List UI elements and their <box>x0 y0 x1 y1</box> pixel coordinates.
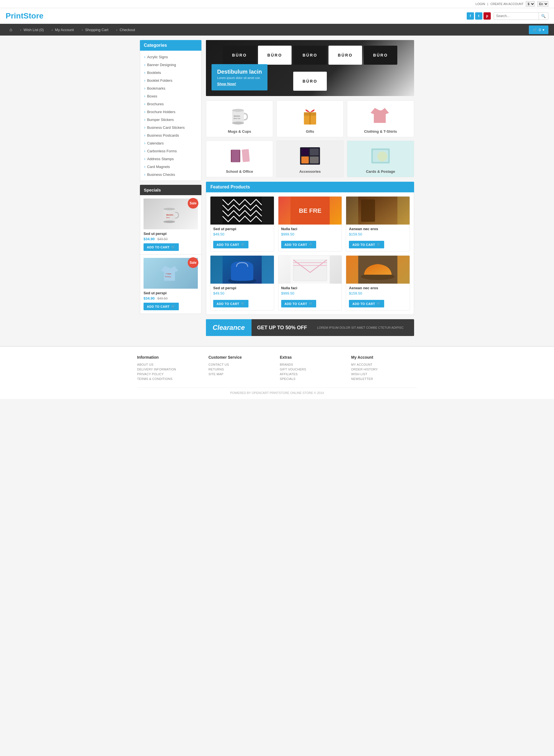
buro-card-white-2: BÜRO <box>329 46 362 65</box>
sidebar-item-carbonless-forms[interactable]: Carbonless Forms <box>140 147 201 155</box>
bag-illustration <box>210 256 274 284</box>
add-to-cart-button-p1[interactable]: ADD TO CART 🛒 <box>213 241 248 248</box>
sidebar-item-bumper-stickers[interactable]: Bumper Stickers <box>140 116 201 123</box>
svg-rect-17 <box>242 149 250 162</box>
footer-link-order-history[interactable]: ORDER HISTORY <box>351 368 417 371</box>
footer-link-returns[interactable]: RETURNS <box>209 368 274 371</box>
sidebar-item-address-stamps[interactable]: Address Stamps <box>140 155 201 163</box>
svg-point-1 <box>163 208 175 210</box>
sidebar-item-booklet-folders[interactable]: Booklet Folders <box>140 77 201 84</box>
footer-link-terms[interactable]: TERMS & CONDITIONS <box>137 377 203 381</box>
nav-checkout[interactable]: Checkout <box>112 24 139 35</box>
search-input[interactable] <box>494 13 539 19</box>
category-clothing-label: Clothing & T-Shirts <box>349 130 411 134</box>
nav-wish-list[interactable]: Wish List (0) <box>16 24 48 35</box>
add-to-cart-button-1[interactable]: ADD TO CART 🛒 <box>144 243 179 251</box>
facebook-icon[interactable]: f <box>467 12 474 19</box>
search-button[interactable]: 🔍 <box>539 13 548 19</box>
sidebar-item-business-card-stickers[interactable]: Business Card Stickers <box>140 123 201 131</box>
cart-icon-1: 🛒 <box>171 245 175 249</box>
sidebar-item-business-checks[interactable]: Business Checks <box>140 170 201 179</box>
sidebar-item-acrylic-signs[interactable]: Acrylic Signs <box>140 53 201 61</box>
hero-shop-now[interactable]: Shop Now! <box>217 82 262 86</box>
product-price-4: $49.50 <box>213 291 271 295</box>
svg-text:World's: World's <box>234 115 240 117</box>
sidebar-item-brochure-holders[interactable]: Brochure Holders <box>140 108 201 116</box>
category-accessories[interactable]: Accessories <box>276 141 344 177</box>
cart-icon-p1: 🛒 <box>241 243 245 246</box>
add-to-cart-label-2: ADD TO CART <box>147 305 170 308</box>
footer-link-about[interactable]: ABOUT US <box>137 363 203 366</box>
product-image-4 <box>210 256 274 284</box>
clearance-offer: GET UP TO 50% OFF <box>252 325 313 331</box>
footer-link-privacy[interactable]: PRIVACY POLICY <box>137 372 203 376</box>
sidebar: Categories Acrylic Signs Banner Designin… <box>140 40 202 336</box>
product-title-5: Nulla faci <box>281 286 339 290</box>
footer-link-sitemap[interactable]: SITE MAP <box>209 372 274 376</box>
add-to-cart-button-p2[interactable]: ADD TO CART 🛒 <box>281 241 317 248</box>
product-info-5: Nulla faci $999.50 <box>278 284 342 298</box>
category-school[interactable]: School & Office <box>206 141 273 177</box>
add-to-cart-button-p4[interactable]: ADD TO CART 🛒 <box>213 300 248 307</box>
clearance-banner[interactable]: Clearance GET UP TO 50% OFF LOREM IPSUM … <box>206 319 414 336</box>
nav-my-account[interactable]: My Account <box>48 24 78 35</box>
pinterest-icon[interactable]: p <box>484 12 491 19</box>
footer-link-delivery[interactable]: DELIVERY INFORMATION <box>137 368 203 371</box>
category-cards-image <box>349 145 411 167</box>
add-to-cart-label-p2: ADD TO CART <box>285 243 307 246</box>
add-to-cart-button-p3[interactable]: ADD TO CART 🛒 <box>349 241 384 248</box>
footer-link-newsletter[interactable]: NEWSLETTER <box>351 377 417 381</box>
product-title-6: Aenean nec eros <box>349 286 407 290</box>
sidebar-item-card-magnets[interactable]: Card Magnets <box>140 163 201 170</box>
category-gifts[interactable]: Gifts <box>276 101 344 137</box>
buro-card-dark-3: BÜRO <box>364 46 397 65</box>
sidebar-item-bookmarks[interactable]: Bookmarks <box>140 84 201 92</box>
hero-text-box: Destibulum lacin Lorem ipsum dolor sit a… <box>212 64 268 91</box>
footer-link-brands[interactable]: BRANDS <box>280 363 345 366</box>
svg-rect-34 <box>293 260 327 281</box>
footer-link-affiliates[interactable]: AFFILIATES <box>280 372 345 376</box>
buro-card-dark-2: BÜRO <box>293 46 327 65</box>
language-select[interactable]: En Fr <box>537 1 548 7</box>
footer-link-gift-vouchers[interactable]: GIFT VOUCHERS <box>280 368 345 371</box>
currency-select[interactable]: $ € <box>526 1 535 7</box>
home-nav-button[interactable]: ⌂ <box>6 24 16 36</box>
category-mugs[interactable]: World's Best Cat Mugs & Cups <box>206 101 273 137</box>
footer-copyright: POWERED BY OPENCART PRINTSTORE ONLINE ST… <box>137 388 417 395</box>
login-link[interactable]: LOGIN <box>476 2 485 6</box>
footer-link-contact[interactable]: CONTACT US <box>209 363 274 366</box>
logo-store: Store <box>23 11 44 20</box>
sidebar-item-calendars[interactable]: Calendars <box>140 139 201 147</box>
product-card-6: Aenean nec eros $159.50 ADD TO CART 🛒 <box>346 255 410 310</box>
leather-illustration <box>346 197 409 224</box>
category-cards[interactable]: Cards & Postage <box>347 141 414 177</box>
add-to-cart-button-2[interactable]: ADD TO CART 🛒 <box>144 303 179 310</box>
product-actions-1: ADD TO CART 🛒 <box>210 241 274 251</box>
sidebar-item-boxes[interactable]: Boxes <box>140 92 201 100</box>
category-clothing[interactable]: Clothing & T-Shirts <box>347 101 414 137</box>
footer-link-specials[interactable]: SPECIALS <box>280 377 345 381</box>
buro-card-white-1: BÜRO <box>258 46 291 65</box>
category-grid: World's Best Cat Mugs & Cups <box>206 101 414 177</box>
sidebar-item-business-postcards[interactable]: Business Postcards <box>140 131 201 139</box>
add-to-cart-button-p5[interactable]: ADD TO CART 🛒 <box>281 300 317 307</box>
nav-shopping-cart[interactable]: Shopping Cart <box>78 24 112 35</box>
add-to-cart-label-p3: ADD TO CART <box>352 243 375 246</box>
footer-link-wish-list[interactable]: WISH LIST <box>351 372 417 376</box>
sidebar-item-brochures[interactable]: Brochures <box>140 100 201 108</box>
footer-link-my-account[interactable]: MY ACCOUNT <box>351 363 417 366</box>
logo-print: Print <box>6 11 23 20</box>
sidebar-item-booklets[interactable]: Booklets <box>140 68 201 77</box>
main-content: BÜRO BÜRO BÜRO BÜRO BÜRO BÜRO Destibulum… <box>206 40 414 336</box>
tshirt-illustration: T Shirt Printing <box>160 262 182 285</box>
site-logo[interactable]: PrintStore <box>6 11 43 20</box>
category-accessories-label: Accessories <box>279 169 341 173</box>
mug-illustration: World's Best <box>161 203 180 225</box>
product-card-1: Sed ut perspi $49.50 ADD TO CART 🛒 <box>210 196 274 251</box>
sidebar-item-banner-designing[interactable]: Banner Designing <box>140 61 201 68</box>
create-account-link[interactable]: CREATE AN ACCOUNT <box>491 2 523 6</box>
cart-button[interactable]: 🛒 0 ▾ <box>529 26 548 34</box>
add-to-cart-button-p6[interactable]: ADD TO CART 🛒 <box>349 300 384 307</box>
svg-text:BE FRE: BE FRE <box>299 207 322 214</box>
twitter-icon[interactable]: t <box>475 12 482 19</box>
